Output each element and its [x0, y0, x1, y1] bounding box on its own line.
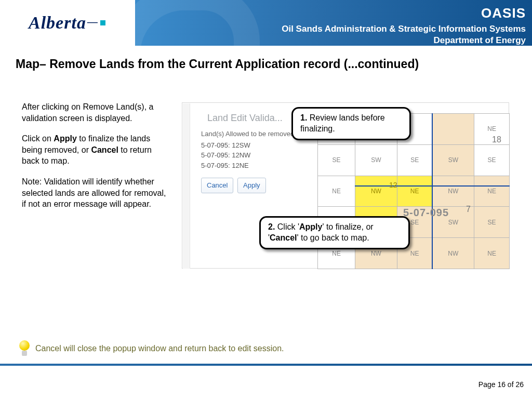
grid-cell: SE: [318, 144, 355, 176]
grid-cell: SE: [397, 144, 432, 176]
scrollbar[interactable]: [183, 103, 190, 269]
land-row: 5-07-095: 12NE: [201, 161, 312, 171]
page-number: Page 16 of 26: [478, 380, 524, 389]
oasis-subtitle-1: Oil Sands Administration & Strategic Inf…: [135, 23, 526, 35]
township-label: 5-07-095: [403, 207, 449, 219]
grid-section-18: 18: [492, 135, 501, 144]
grid-cell: SE: [474, 144, 510, 176]
grid-blue-line: [355, 185, 510, 187]
callout-1: 1. Review lands before finalizing.: [291, 107, 411, 140]
callout-2: 2. Click 'Apply' to finalize, or 'Cancel…: [259, 216, 410, 249]
grid-section-7: 7: [466, 205, 471, 214]
tip-row: Cancel will close the popup window and r…: [18, 340, 284, 357]
tip-text: Cancel will close the popup window and r…: [35, 344, 284, 353]
header: Alberta— OASIS Oil Sands Administration …: [0, 0, 532, 46]
grid-cell: [432, 114, 474, 145]
logo-underline: —: [87, 16, 98, 28]
grid-cell: NW: [432, 238, 474, 269]
paragraph-1: After clicking on Remove Land(s), a vali…: [22, 101, 167, 124]
land-row: 5-07-095: 12SW: [201, 140, 312, 151]
grid-cell: SE: [474, 207, 510, 238]
header-right: OASIS Oil Sands Administration & Strateg…: [135, 0, 532, 46]
apply-button[interactable]: Apply: [237, 178, 266, 193]
dialog-buttons: Cancel Apply: [201, 178, 312, 193]
footer-bar: [0, 364, 532, 366]
paragraph-3: Note: Validation will identify whether s…: [22, 176, 167, 210]
grid-section-12: 12: [389, 181, 397, 189]
logo-text: Alberta: [29, 13, 86, 32]
slide-body: After clicking on Remove Land(s), a vali…: [0, 71, 532, 341]
grid-cell: NE: [474, 238, 510, 269]
cancel-button[interactable]: Cancel: [201, 178, 233, 193]
header-left: Alberta—: [0, 0, 135, 46]
land-row: 5-07-095: 12NW: [201, 150, 312, 161]
grid-cell: NE: [474, 176, 510, 207]
grid-cell: SW: [432, 144, 474, 176]
alberta-logo: Alberta—: [29, 13, 105, 33]
paragraph-2: Click on Apply to finalize the lands bei…: [22, 133, 167, 167]
slide-title: Map– Remove Lands from the Current Appli…: [0, 46, 532, 71]
oasis-subtitle-2: Department of Energy: [135, 35, 526, 46]
logo-dot-icon: [100, 20, 105, 25]
grid-cell: NE: [318, 176, 355, 207]
lightbulb-icon: [18, 340, 31, 357]
grid-cell: NW: [432, 176, 474, 207]
grid-blue-line: [432, 113, 433, 269]
instruction-text: After clicking on Remove Land(s), a vali…: [22, 101, 167, 219]
grid-cell: NE: [397, 176, 432, 207]
oasis-title: OASIS: [135, 5, 526, 21]
grid-cell: SW: [355, 144, 397, 176]
screenshot-panel: NE SE SW SE SW SE NE NW NE NW NE 11: [182, 102, 509, 269]
